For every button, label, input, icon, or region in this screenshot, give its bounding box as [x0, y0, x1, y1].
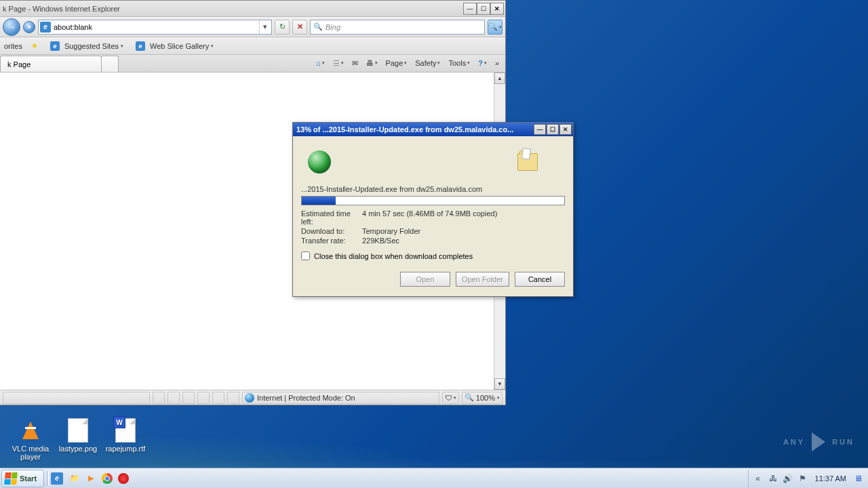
zone-label: Internet | Protected Mode: On — [257, 394, 355, 402]
nav-history-button[interactable]: ▾ — [23, 21, 35, 33]
address-input[interactable] — [54, 23, 259, 31]
search-box[interactable]: 🔍 Bing — [310, 20, 485, 35]
ie-nav-toolbar: → ▾ e ▾ ↻ ✕ 🔍 Bing 🔍▾ — [0, 17, 505, 37]
address-dropdown-button[interactable]: ▾ — [259, 20, 270, 34]
add-favorite-button[interactable]: ★ — [28, 39, 41, 52]
print-button[interactable]: 🖶▾ — [364, 58, 380, 68]
taskbar-explorer-button[interactable]: 📁 — [66, 470, 83, 487]
scroll-down-button[interactable]: ▼ — [494, 378, 505, 390]
command-bar: ⌂▾ ☰▾ ✉ 🖶▾ Page▾ Safety▾ Tools▾ ?▾ » — [310, 54, 505, 72]
feeds-button[interactable]: ☰▾ — [331, 58, 346, 69]
status-cell — [227, 392, 239, 404]
close-when-done-input[interactable] — [301, 251, 310, 260]
globe-icon — [308, 150, 331, 174]
start-label: Start — [20, 474, 37, 483]
read-mail-button[interactable]: ✉ — [350, 58, 360, 69]
tray-network-icon[interactable]: 🖧 — [768, 473, 778, 484]
status-cell — [153, 392, 165, 404]
ie-page-icon: e — [40, 22, 51, 33]
dest-value: Temporary Folder — [362, 227, 565, 235]
system-tray: « 🖧 🔊 ⚑ 11:37 AM 🖥 — [748, 470, 868, 487]
web-slice-label: Web Slice Gallery — [150, 42, 209, 50]
stop-button[interactable]: ✕ — [292, 20, 307, 35]
windows-flag-icon — [4, 472, 18, 485]
close-when-done-checkbox[interactable]: Close this dialog box when download comp… — [301, 251, 565, 260]
rate-value: 229KB/Sec — [362, 237, 565, 245]
favorites-label: orites — [4, 42, 22, 50]
open-button[interactable]: Open — [400, 272, 450, 287]
eta-value: 4 min 57 sec (8.46MB of 74.9MB copied) — [362, 209, 565, 226]
taskbar-chrome-button[interactable] — [99, 470, 115, 487]
dest-label: Download to: — [301, 227, 362, 235]
minimize-button[interactable]: — — [463, 3, 477, 15]
page-menu[interactable]: Page▾ — [384, 58, 410, 68]
close-button[interactable]: ✕ — [559, 124, 572, 135]
close-button[interactable]: ✕ — [490, 3, 504, 15]
printer-icon: 🖶 — [366, 59, 374, 67]
anyrun-watermark: ANY RUN — [783, 432, 854, 451]
status-cell — [212, 392, 224, 404]
start-button[interactable]: Start — [1, 470, 44, 487]
tools-menu[interactable]: Tools▾ — [446, 58, 472, 68]
eta-label: Estimated time left: — [301, 209, 362, 226]
safety-label: Safety — [415, 59, 436, 67]
rate-label: Transfer rate: — [301, 237, 362, 245]
desktop-icon-vlc[interactable]: VLC media player — [7, 418, 54, 461]
favorites-bar: orites ★ e Suggested Sites ▾ e Web Slice… — [0, 37, 505, 55]
maximize-button[interactable]: ☐ — [477, 3, 490, 15]
maximize-button[interactable]: ☐ — [547, 124, 559, 135]
minimize-button[interactable]: — — [534, 124, 546, 135]
tray-expand-button[interactable]: « — [753, 473, 764, 484]
taskbar-clock[interactable]: 11:37 AM — [812, 474, 849, 483]
tray-flag-icon[interactable]: ⚑ — [797, 473, 808, 484]
safety-menu[interactable]: Safety▾ — [413, 58, 442, 68]
refresh-icon: ↻ — [279, 22, 285, 31]
browser-tab[interactable]: k Page — [0, 56, 102, 72]
ie-titlebar[interactable]: k Page - Windows Internet Explorer — ☐ ✕ — [0, 1, 505, 17]
search-placeholder: Bing — [326, 23, 340, 31]
new-tab-button[interactable] — [101, 56, 119, 72]
home-icon: ⌂ — [316, 59, 321, 67]
tray-volume-icon[interactable]: 🔊 — [783, 473, 793, 484]
download-buttons: Open Open Folder Cancel — [301, 272, 565, 289]
page-label: Page — [386, 59, 403, 67]
home-button[interactable]: ⌂▾ — [314, 58, 327, 68]
refresh-button[interactable]: ↻ — [275, 20, 290, 35]
tray-monitor-icon[interactable]: 🖥 — [853, 473, 864, 484]
taskbar-opera-button[interactable] — [115, 470, 132, 487]
shield-icon: 🛡 — [445, 394, 452, 402]
cancel-button[interactable]: Cancel — [515, 272, 565, 287]
desktop-icon-lastype[interactable]: lastype.png — [54, 418, 102, 453]
toolbar-chevron[interactable]: » — [493, 58, 501, 68]
taskbar-media-button[interactable]: ▶ — [83, 470, 99, 487]
rtf-file-icon: W — [113, 418, 138, 443]
address-bar[interactable]: e ▾ — [38, 20, 272, 35]
ie-page-icon: e — [50, 41, 60, 51]
ie-window-title: k Page - Windows Internet Explorer — [3, 5, 463, 13]
chrome-icon — [102, 473, 113, 484]
taskbar-ie-button[interactable]: e — [50, 470, 66, 487]
zoom-control[interactable]: 🔍 100% ▾ — [462, 392, 502, 404]
scroll-up-button[interactable]: ▲ — [494, 73, 505, 84]
taskbar-separator — [47, 471, 49, 486]
watermark-text: RUN — [832, 438, 854, 446]
security-zone[interactable]: Internet | Protected Mode: On — [242, 392, 439, 404]
desktop-icon-rapejump[interactable]: W rapejump.rtf — [102, 418, 149, 453]
rss-icon: ☰ — [333, 59, 340, 68]
status-cell — [182, 392, 195, 404]
mail-icon: ✉ — [352, 59, 358, 68]
vlc-icon — [18, 418, 43, 443]
forward-button[interactable]: → — [3, 18, 20, 36]
open-folder-button[interactable]: Open Folder — [456, 272, 509, 287]
tools-label: Tools — [448, 59, 466, 67]
help-button[interactable]: ?▾ — [476, 58, 489, 68]
suggested-sites-link[interactable]: e Suggested Sites ▾ — [47, 39, 127, 53]
status-cell — [197, 392, 210, 404]
search-go-button[interactable]: 🔍▾ — [488, 20, 502, 35]
web-slice-gallery-link[interactable]: e Web Slice Gallery ▾ — [132, 39, 217, 53]
chevron-right-icon: » — [495, 59, 499, 67]
protected-mode-icon[interactable]: 🛡▾ — [442, 392, 459, 404]
search-icon: 🔍 — [313, 22, 323, 31]
download-titlebar[interactable]: 13% of ...2015-Installer-Updated.exe fro… — [293, 123, 573, 136]
help-icon: ? — [478, 59, 483, 67]
